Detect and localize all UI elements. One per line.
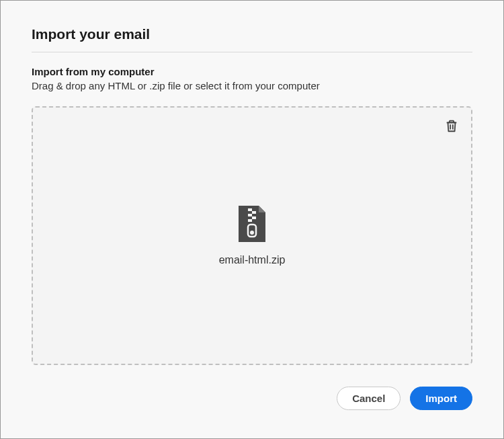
divider — [32, 52, 472, 52]
cancel-button[interactable]: Cancel — [337, 387, 401, 410]
svg-rect-7 — [248, 219, 252, 222]
svg-rect-4 — [252, 211, 256, 214]
svg-rect-5 — [248, 214, 252, 216]
section-title: Import from my computer — [32, 66, 472, 77]
svg-rect-3 — [248, 208, 252, 211]
trash-icon — [444, 118, 459, 136]
page-title: Import your email — [32, 26, 472, 42]
dialog-footer: Cancel Import — [32, 387, 472, 410]
svg-rect-6 — [252, 216, 256, 219]
zip-file-icon — [236, 206, 268, 245]
file-dropzone[interactable]: email-html.zip — [32, 106, 472, 365]
import-dialog: Import your email Import from my compute… — [0, 0, 504, 439]
file-name: email-html.zip — [219, 254, 286, 266]
import-button[interactable]: Import — [410, 387, 472, 410]
svg-point-9 — [250, 231, 254, 235]
uploaded-file: email-html.zip — [219, 206, 286, 266]
delete-file-button[interactable] — [444, 118, 459, 136]
section-description: Drag & drop any HTML or .zip file or sel… — [32, 80, 472, 91]
